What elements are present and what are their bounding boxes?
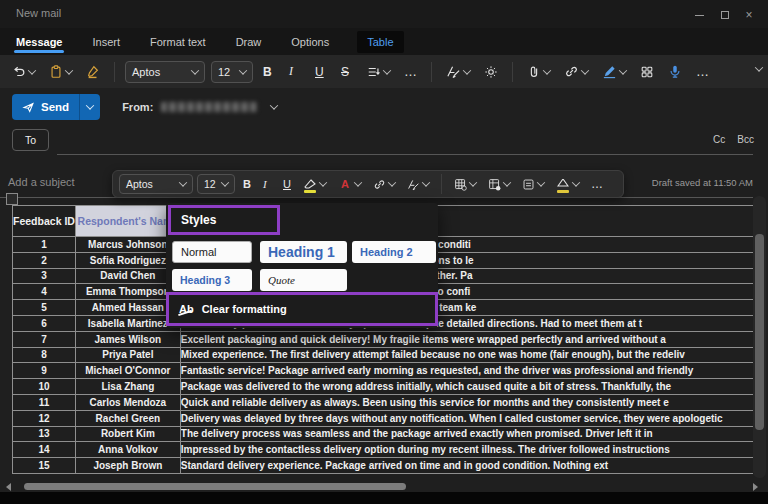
tab-table[interactable]: Table	[357, 31, 403, 53]
cell-feedback-id[interactable]: 7	[13, 332, 76, 348]
paperclip-icon	[527, 65, 541, 79]
style-normal-button[interactable]: Normal	[172, 241, 252, 263]
tab-format-text[interactable]: Format text	[148, 31, 208, 53]
tab-insert[interactable]: Insert	[90, 31, 122, 53]
scroll-left-arrow-icon[interactable]	[6, 483, 11, 491]
header-feedback-id[interactable]: Feedback ID	[13, 206, 76, 237]
vertical-scrollbar-thumb[interactable]	[755, 234, 764, 430]
cell-feedback-id[interactable]: 1	[13, 237, 76, 253]
mini-underline-button[interactable]: U	[279, 175, 295, 193]
close-button[interactable]: ×	[736, 8, 762, 22]
cell-feedback[interactable]: Fantastic service! Package arrived early…	[181, 363, 753, 379]
cell-respondent-name[interactable]: Priya Patel	[76, 348, 181, 364]
style-heading3-button[interactable]: Heading 3	[172, 269, 252, 291]
from-address-redacted[interactable]	[161, 102, 257, 112]
cell-feedback-id[interactable]: 11	[13, 395, 76, 411]
cell-feedback-id[interactable]: 12	[13, 411, 76, 427]
vertical-scrollbar[interactable]	[753, 196, 766, 478]
cell-feedback-id[interactable]: 4	[13, 284, 76, 300]
font-color-button[interactable]: A	[334, 174, 365, 194]
cell-feedback[interactable]: Excellent packaging and quick delivery! …	[181, 332, 753, 348]
italic-button[interactable]: I	[285, 61, 305, 82]
cell-feedback-id[interactable]: 2	[13, 253, 76, 269]
cell-respondent-name[interactable]: Anna Volkov	[76, 442, 181, 458]
table-options-button[interactable]	[484, 175, 514, 194]
send-button[interactable]: Send	[12, 94, 100, 120]
styles-pen-button[interactable]	[442, 61, 474, 82]
signature-button[interactable]	[598, 61, 630, 82]
cell-respondent-name[interactable]: Carlos Mendoza	[76, 395, 181, 411]
cell-feedback[interactable]: The delivery process was seamless and th…	[181, 427, 753, 443]
apps-button[interactable]	[636, 62, 658, 82]
subject-input[interactable]: Add a subject	[8, 176, 75, 188]
mini-styles-pen-button[interactable]	[403, 175, 433, 194]
underline-button[interactable]: U	[311, 62, 331, 82]
font-name-combo[interactable]: Aptos	[125, 61, 205, 83]
attach-file-button[interactable]	[523, 62, 554, 82]
cell-respondent-name[interactable]: Michael O'Connor	[76, 363, 181, 379]
cell-feedback[interactable]: Delivery was delayed by three days witho…	[181, 411, 753, 427]
cell-feedback-id[interactable]: 9	[13, 363, 76, 379]
cell-respondent-name[interactable]: Rachel Green	[76, 411, 181, 427]
style-quote-button[interactable]: Quote	[260, 269, 347, 291]
clear-formatting-annotation-box[interactable]: Ab Clear formatting	[166, 292, 438, 326]
style-heading1-button[interactable]: Heading 1	[260, 241, 347, 263]
cell-feedback[interactable]: Impressed by the contactless delivery op…	[181, 442, 753, 458]
to-field-underline[interactable]	[57, 154, 753, 155]
paste-button[interactable]	[45, 62, 76, 82]
scroll-right-arrow-icon[interactable]	[753, 483, 758, 491]
table-move-handle[interactable]	[6, 193, 18, 205]
cell-feedback-id[interactable]: 3	[13, 269, 76, 285]
cell-feedback-id[interactable]: 6	[13, 316, 76, 332]
mini-font-name-combo[interactable]: Aptos	[119, 174, 193, 194]
style-heading2-button[interactable]: Heading 2	[352, 241, 436, 263]
more-format-button[interactable]: …	[400, 61, 421, 82]
mini-more-button[interactable]: …	[587, 174, 607, 194]
brightness-button[interactable]	[480, 62, 502, 82]
cell-feedback[interactable]: Standard delivery experience. Package ar…	[181, 458, 753, 474]
from-chevron-icon[interactable]	[270, 101, 278, 109]
insert-table-button[interactable]	[450, 175, 480, 194]
tab-message[interactable]: Message	[14, 31, 64, 53]
to-button[interactable]: To	[12, 129, 49, 151]
cell-respondent-name[interactable]: James Wilson	[76, 332, 181, 348]
cell-feedback[interactable]: Quick and reliable delivery as always. B…	[181, 395, 753, 411]
tab-draw[interactable]: Draw	[234, 31, 264, 53]
mini-link-button[interactable]	[369, 175, 399, 194]
cell-feedback[interactable]: Mixed experience. The first delivery att…	[181, 348, 753, 364]
format-painter-button[interactable]	[82, 62, 104, 82]
cell-feedback-id[interactable]: 13	[13, 427, 76, 443]
cell-respondent-name[interactable]: Lisa Zhang	[76, 379, 181, 395]
mini-font-size-value: 12	[204, 178, 216, 190]
cell-respondent-name[interactable]: Joseph Brown	[76, 458, 181, 474]
cell-feedback[interactable]: Package was delivered to the wrong addre…	[181, 379, 753, 395]
maximize-button[interactable]	[712, 8, 738, 22]
more-commands-button[interactable]: …	[692, 61, 713, 82]
bcc-button[interactable]: Bcc	[737, 134, 754, 145]
tab-options[interactable]: Options	[289, 31, 331, 53]
list-options-button[interactable]	[363, 62, 394, 82]
cell-feedback-id[interactable]: 15	[13, 458, 76, 474]
insert-link-button[interactable]	[560, 61, 592, 82]
horizontal-scrollbar[interactable]	[0, 480, 768, 492]
cc-button[interactable]: Cc	[713, 134, 725, 145]
highlight-button[interactable]	[299, 174, 330, 194]
bold-button[interactable]: B	[259, 62, 279, 82]
cell-feedback-id[interactable]: 10	[13, 379, 76, 395]
mini-italic-button[interactable]: I	[259, 175, 275, 193]
send-options-chevron[interactable]	[80, 94, 100, 120]
cell-respondent-name[interactable]: Robert Kim	[76, 427, 181, 443]
minimize-button[interactable]	[686, 8, 712, 22]
mini-bold-button[interactable]: B	[239, 175, 255, 193]
cell-alignment-button[interactable]	[518, 175, 548, 194]
font-size-combo[interactable]: 12	[211, 61, 253, 83]
cell-feedback-id[interactable]: 8	[13, 348, 76, 364]
cell-feedback-id[interactable]: 14	[13, 442, 76, 458]
strikethrough-button[interactable]: S	[337, 62, 357, 82]
horizontal-scrollbar-thumb[interactable]	[24, 483, 406, 490]
cell-feedback-id[interactable]: 5	[13, 300, 76, 316]
shading-button[interactable]	[552, 174, 583, 194]
mini-font-size-combo[interactable]: 12	[197, 174, 235, 194]
undo-button[interactable]	[8, 62, 39, 82]
dictate-button[interactable]	[664, 61, 686, 82]
